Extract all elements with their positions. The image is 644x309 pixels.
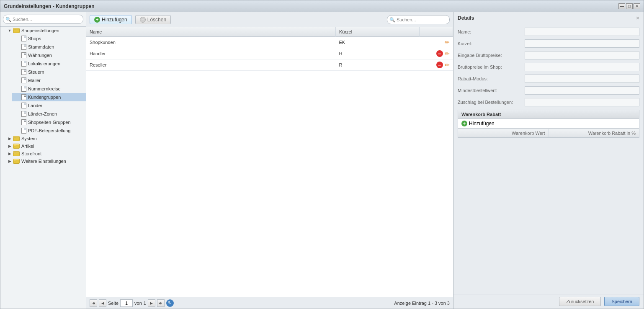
von-label: von [134, 301, 142, 306]
edit-reseller-button[interactable]: ✏ [445, 62, 450, 68]
sidebar-item-mailer-label: Mailer [28, 78, 41, 83]
svg-rect-5 [13, 145, 16, 147]
form-row-bruttopreise-im-shop: Bruttopreise im Shop: [458, 63, 639, 71]
sidebar-item-shopeinstellungen-label: Shopeinstellungen [21, 28, 59, 33]
eingabe-bruttopreise-field[interactable] [525, 51, 639, 59]
eingabe-bruttopreise-label: Eingabe Bruttopreise: [458, 53, 525, 58]
toolbar-search-icon: 🔍 [389, 17, 395, 22]
maximize-button[interactable]: □ [626, 3, 633, 9]
cell-actions-shopkunden: ✏ [420, 37, 453, 48]
first-page-button[interactable]: ⏮ [90, 299, 97, 307]
sidebar-item-shopseiten-gruppen[interactable]: ▶ Shopseiten-Gruppen [12, 118, 86, 126]
warenkorb-add-button[interactable]: + Hinzufügen [458, 119, 639, 129]
delete-reseller-icon: − [436, 62, 443, 68]
details-close-button[interactable]: × [636, 15, 639, 21]
sidebar-item-kundengruppen-label: Kundengruppen [28, 95, 61, 100]
details-header: Details × [453, 12, 644, 24]
expand-weitere: ▶ [7, 159, 12, 164]
add-button-label: Hinzufügen [102, 17, 127, 23]
next-page-button[interactable]: ▶ [148, 299, 155, 307]
close-button[interactable]: × [634, 3, 640, 9]
sidebar-item-kundengruppen[interactable]: ▶ Kundengruppen [12, 93, 86, 101]
details-title: Details [458, 15, 474, 21]
pagination-status: Anzeige Eintrag 1 - 3 von 3 [394, 301, 450, 306]
expand-shopeinstellungen: ▼ [7, 28, 12, 33]
table-row[interactable]: Reseller R − ✏ [86, 59, 453, 71]
bruttopreise-im-shop-field[interactable] [525, 63, 639, 71]
col-name: Name [86, 27, 336, 37]
sidebar-item-system-label: System [21, 136, 37, 141]
sidebar-item-mailer[interactable]: ▶ Mailer [12, 76, 86, 85]
form-row-mindestbestellwert: Mindestbestellwert: [458, 86, 639, 95]
kuerzel-field-label: Kürzel: [458, 41, 525, 46]
warenkorb-header: Warenkorb Rabatt [458, 110, 639, 119]
sidebar-item-stammdaten[interactable]: ▶ Stammdaten [12, 43, 86, 51]
sidebar-item-nummernkreise[interactable]: ▶ Nummernkreise [12, 85, 86, 93]
folder-system-icon [13, 136, 20, 141]
delete-button[interactable]: − Löschen [135, 15, 171, 24]
sidebar-item-system[interactable]: ▶ System [4, 135, 86, 142]
sidebar-item-artikel[interactable]: ▶ Artikel [4, 142, 86, 150]
refresh-button[interactable]: ↻ [166, 299, 174, 307]
sidebar-item-shopeinstellungen[interactable]: ▼ Shopeinstellungen [4, 27, 86, 34]
form-row-kuerzel: Kürzel: [458, 39, 639, 48]
delete-haendler-icon: − [436, 50, 443, 57]
expand-system: ▶ [7, 136, 12, 141]
center-panel: + Hinzufügen − Löschen 🔍 Name [86, 12, 453, 309]
doc-lokalisierungen-icon [21, 61, 26, 67]
sidebar-item-laender[interactable]: ▶ Länder [12, 101, 86, 110]
page-input[interactable] [120, 299, 133, 307]
sidebar-item-steuern[interactable]: ▶ Steuern [12, 68, 86, 76]
table-row[interactable]: Händler H − ✏ [86, 48, 453, 59]
sidebar-item-shops[interactable]: ▶ Shops [12, 34, 86, 43]
name-field[interactable] [525, 28, 639, 36]
title-bar: Grundeinstellungen - Kundengruppen — □ × [0, 0, 644, 12]
warenkorb-section: Warenkorb Rabatt + Hinzufügen Warenkorb … [458, 110, 639, 138]
sidebar-search-box: 🔍 [0, 12, 86, 27]
rabatt-modus-field[interactable] [525, 75, 639, 83]
actions-shopkunden: ✏ [423, 39, 450, 46]
toolbar-search-input[interactable] [387, 15, 450, 24]
delete-haendler-button[interactable]: − [436, 50, 443, 57]
pagination-bar: ⏮ ◀ Seite von 1 ▶ ⏭ ↻ Anzeige Eintrag 1 … [86, 297, 453, 309]
toolbar: + Hinzufügen − Löschen 🔍 [86, 12, 453, 27]
toolbar-search-wrapper: 🔍 [387, 15, 450, 24]
delete-button-label: Löschen [147, 17, 166, 23]
actions-reseller: − ✏ [423, 62, 450, 68]
sidebar-item-stammdaten-label: Stammdaten [28, 44, 54, 49]
svg-rect-3 [13, 138, 16, 139]
prev-page-button[interactable]: ◀ [99, 299, 106, 307]
tree-section: ▼ Shopeinstellungen ▶ Shops ▶ [0, 27, 86, 165]
total-pages: 1 [144, 301, 146, 306]
sidebar-search-input[interactable] [3, 15, 83, 24]
sidebar-item-laenderzonen[interactable]: ▶ Länder-Zonen [12, 110, 86, 118]
details-body: Name: Kürzel: Eingabe Bruttopreise: Brut… [453, 24, 644, 294]
cancel-button[interactable]: Zurücksetzen [559, 297, 601, 306]
save-button[interactable]: Speichern [604, 297, 639, 306]
edit-haendler-button[interactable]: ✏ [445, 50, 450, 57]
mindestbestellwert-field[interactable] [525, 86, 639, 95]
last-page-button[interactable]: ⏭ [157, 299, 165, 307]
add-button[interactable]: + Hinzufügen [90, 15, 132, 24]
minimize-button[interactable]: — [618, 3, 625, 9]
form-row-rabatt-modus: Rabatt-Modus: [458, 75, 639, 83]
sidebar-item-pdf-belegerstellung-label: PDF-Belegerstellung [28, 128, 71, 133]
sidebar-item-lokalisierungen[interactable]: ▶ Lokalisierungen [12, 59, 86, 68]
sidebar-item-weitere[interactable]: ▶ Weitere Einstellungen [4, 157, 86, 165]
sidebar-search-wrapper: 🔍 [3, 15, 83, 24]
edit-shopkunden-button[interactable]: ✏ [445, 39, 450, 46]
cell-kuerzel-reseller: R [336, 59, 420, 71]
col-kuerzel: Kürzel [336, 27, 420, 37]
delete-reseller-button[interactable]: − [436, 62, 443, 68]
doc-stammdaten-icon [21, 44, 26, 50]
zuschlag-label: Zuschlag bei Bestellungen: [458, 100, 525, 105]
zuschlag-field[interactable] [525, 98, 639, 106]
sidebar-item-lokalisierungen-label: Lokalisierungen [28, 61, 60, 66]
kuerzel-field[interactable] [525, 39, 639, 48]
sidebar-item-waehrungen[interactable]: ▶ Währungen [12, 51, 86, 59]
table-row[interactable]: Shopkunden EK ✏ [86, 37, 453, 48]
sidebar-item-pdf-belegerstellung[interactable]: ▶ PDF-Belegerstellung [12, 126, 86, 135]
cell-kuerzel-shopkunden: EK [336, 37, 420, 48]
doc-steuern-icon [21, 69, 26, 75]
sidebar-item-storefront[interactable]: ▶ Storefront [4, 150, 86, 157]
